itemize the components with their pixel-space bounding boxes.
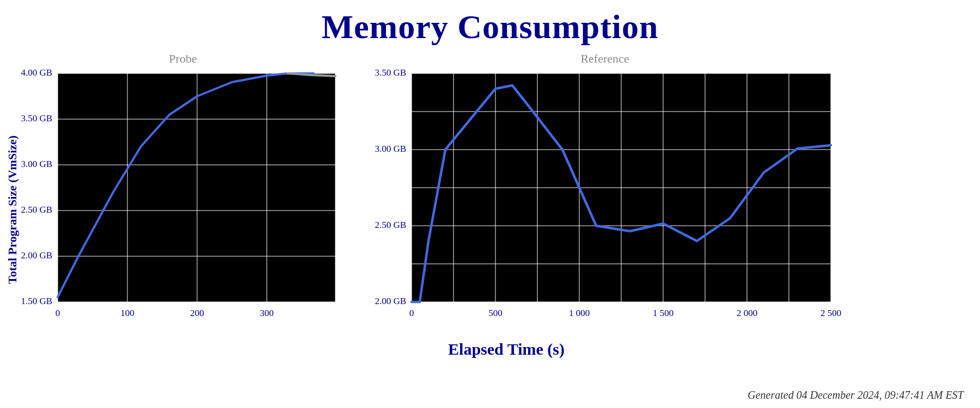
page-title: Memory Consumption [0,0,980,46]
svg-text:3.50 GB: 3.50 GB [375,68,406,78]
svg-text:2 000: 2 000 [737,308,757,318]
svg-text:2.00 GB: 2.00 GB [21,250,52,261]
svg-text:0: 0 [409,308,414,318]
footer-timestamp: Generated 04 December 2024, 09:47:41 AM … [748,389,964,401]
reference-label: Reference [580,52,629,66]
charts-container: Probe [20,52,980,337]
svg-text:0: 0 [56,308,60,318]
svg-text:2.00 GB: 2.00 GB [375,296,406,306]
probe-chart-area: 4.00 GB 3.50 GB 3.00 GB 2.50 GB 2.00 GB … [20,68,346,337]
svg-text:1.50 GB: 1.50 GB [21,296,52,306]
svg-text:1 500: 1 500 [653,308,673,318]
svg-text:2 500: 2 500 [820,308,841,318]
reference-svg: 3.50 GB 3.00 GB 2.50 GB 2.00 GB 0 500 1 … [368,68,842,335]
x-axis-label: Elapsed Time (s) [33,340,980,358]
charts-row: Total Program Size (VmSize) Probe [0,52,980,340]
svg-rect-0 [58,73,335,302]
reference-chart-wrapper: Reference [368,52,842,337]
svg-text:300: 300 [260,308,274,318]
probe-chart-wrapper: Probe [20,52,346,337]
svg-text:3.50 GB: 3.50 GB [21,113,52,123]
svg-text:100: 100 [120,308,134,318]
svg-text:2.50 GB: 2.50 GB [375,220,406,230]
page: Memory Consumption Total Program Size (V… [0,0,980,408]
probe-label: Probe [169,52,197,66]
svg-text:3.00 GB: 3.00 GB [375,144,406,154]
svg-text:1 000: 1 000 [569,308,590,318]
svg-text:2.50 GB: 2.50 GB [21,205,52,215]
probe-svg: 4.00 GB 3.50 GB 3.00 GB 2.50 GB 2.00 GB … [20,68,346,335]
svg-text:500: 500 [488,308,503,318]
svg-text:4.00 GB: 4.00 GB [21,68,52,78]
svg-text:3.00 GB: 3.00 GB [21,159,52,169]
svg-text:200: 200 [190,308,204,318]
y-axis-label: Total Program Size (VmSize) [5,79,20,340]
reference-chart-area: 3.50 GB 3.00 GB 2.50 GB 2.00 GB 0 500 1 … [368,68,842,337]
